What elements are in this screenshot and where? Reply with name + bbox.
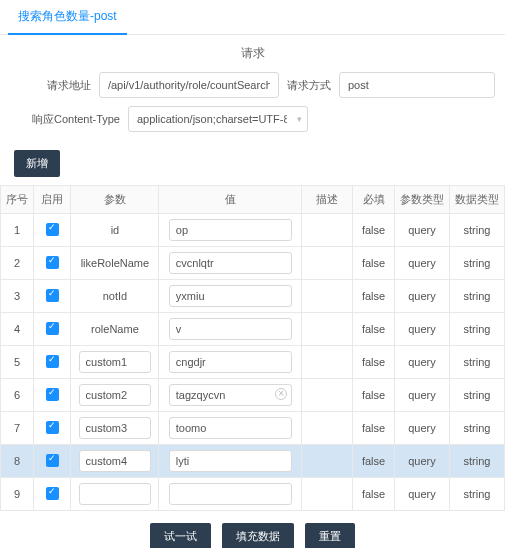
table-row: 4roleNamefalsequerystring <box>1 313 505 346</box>
cell-ptype: query <box>394 280 449 313</box>
table-row: 8falsequerystring <box>1 445 505 478</box>
cell-required: false <box>353 280 395 313</box>
th-value: 值 <box>159 186 302 214</box>
cell-idx: 7 <box>1 412 34 445</box>
cell-required: false <box>353 478 395 511</box>
cell-param <box>71 412 159 445</box>
try-button[interactable]: 试一试 <box>150 523 211 548</box>
cell-required: false <box>353 412 395 445</box>
cell-idx: 6 <box>1 379 34 412</box>
value-input[interactable] <box>169 219 292 241</box>
cell-param: likeRoleName <box>71 247 159 280</box>
value-input[interactable] <box>169 351 292 373</box>
param-input[interactable] <box>79 483 152 505</box>
param-text: notId <box>103 290 127 302</box>
value-input[interactable] <box>169 417 292 439</box>
fill-button[interactable]: 填充数据 <box>222 523 294 548</box>
cell-dtype: string <box>449 412 504 445</box>
cell-ptype: query <box>394 214 449 247</box>
cell-param <box>71 346 159 379</box>
param-input[interactable] <box>79 450 152 472</box>
cell-value <box>159 247 302 280</box>
cell-desc <box>302 346 353 379</box>
cell-ptype: query <box>394 247 449 280</box>
cell-dtype: string <box>449 445 504 478</box>
cell-ptype: query <box>394 412 449 445</box>
cell-value <box>159 214 302 247</box>
cell-param: notId <box>71 280 159 313</box>
cell-desc <box>302 478 353 511</box>
param-text: roleName <box>91 323 139 335</box>
cell-desc <box>302 214 353 247</box>
value-input[interactable] <box>169 318 292 340</box>
add-button[interactable]: 新增 <box>14 150 60 177</box>
cell-dtype: string <box>449 379 504 412</box>
value-input[interactable] <box>169 384 292 406</box>
cell-ptype: query <box>394 478 449 511</box>
cell-required: false <box>353 313 395 346</box>
tab-active[interactable]: 搜索角色数量-post <box>8 0 127 35</box>
enable-checkbox[interactable] <box>46 421 59 434</box>
cell-ptype: query <box>394 313 449 346</box>
enable-checkbox[interactable] <box>46 487 59 500</box>
request-section-title: 请求 <box>0 35 505 68</box>
cell-param <box>71 379 159 412</box>
value-input[interactable] <box>169 285 292 307</box>
param-text: likeRoleName <box>81 257 149 269</box>
enable-checkbox[interactable] <box>46 223 59 236</box>
cell-dtype: string <box>449 346 504 379</box>
cell-desc <box>302 280 353 313</box>
method-input[interactable] <box>339 72 495 98</box>
tab-bar: 搜索角色数量-post <box>0 0 505 35</box>
cell-enable <box>34 412 71 445</box>
cell-required: false <box>353 214 395 247</box>
url-input[interactable] <box>99 72 279 98</box>
clear-icon[interactable]: × <box>275 388 287 400</box>
params-table: 序号 启用 参数 值 描述 必填 参数类型 数据类型 1idfalsequery… <box>0 185 505 511</box>
th-param: 参数 <box>71 186 159 214</box>
reset-button[interactable]: 重置 <box>305 523 355 548</box>
cell-required: false <box>353 346 395 379</box>
cell-idx: 8 <box>1 445 34 478</box>
enable-checkbox[interactable] <box>46 388 59 401</box>
cell-enable <box>34 346 71 379</box>
cell-ptype: query <box>394 346 449 379</box>
enable-checkbox[interactable] <box>46 322 59 335</box>
enable-checkbox[interactable] <box>46 355 59 368</box>
cell-value: × <box>159 379 302 412</box>
cell-value <box>159 445 302 478</box>
content-type-select[interactable] <box>128 106 308 132</box>
th-dtype: 数据类型 <box>449 186 504 214</box>
cell-enable <box>34 247 71 280</box>
cell-enable <box>34 379 71 412</box>
url-label: 请求地址 <box>10 78 91 93</box>
cell-ptype: query <box>394 379 449 412</box>
cell-enable <box>34 280 71 313</box>
cell-value <box>159 412 302 445</box>
cell-param: roleName <box>71 313 159 346</box>
cell-required: false <box>353 445 395 478</box>
enable-checkbox[interactable] <box>46 289 59 302</box>
cell-param <box>71 478 159 511</box>
table-row: 9falsequerystring <box>1 478 505 511</box>
param-input[interactable] <box>79 384 152 406</box>
value-input[interactable] <box>169 252 292 274</box>
cell-enable <box>34 445 71 478</box>
cell-enable <box>34 478 71 511</box>
cell-dtype: string <box>449 214 504 247</box>
enable-checkbox[interactable] <box>46 454 59 467</box>
cell-required: false <box>353 379 395 412</box>
cell-desc <box>302 247 353 280</box>
table-row: 3notIdfalsequerystring <box>1 280 505 313</box>
th-ptype: 参数类型 <box>394 186 449 214</box>
value-input[interactable] <box>169 450 292 472</box>
value-input[interactable] <box>169 483 292 505</box>
cell-desc <box>302 445 353 478</box>
cell-enable <box>34 313 71 346</box>
param-input[interactable] <box>79 351 152 373</box>
table-row: 5falsequerystring <box>1 346 505 379</box>
enable-checkbox[interactable] <box>46 256 59 269</box>
cell-value <box>159 280 302 313</box>
cell-required: false <box>353 247 395 280</box>
param-input[interactable] <box>79 417 152 439</box>
